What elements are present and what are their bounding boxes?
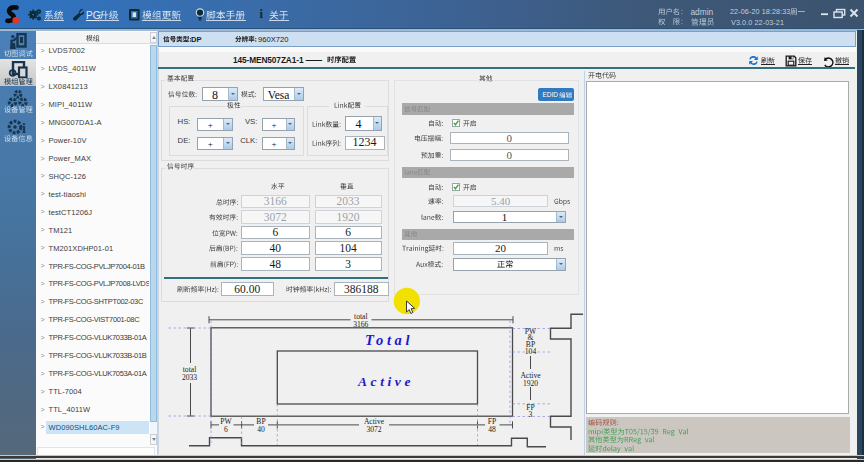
svg-text:48: 48 [488,425,496,434]
svg-text:40: 40 [257,425,265,434]
svg-text:104: 104 [525,347,537,356]
svg-text:Active: Active [357,374,414,389]
svg-text:3072: 3072 [366,425,381,434]
svg-text:1920: 1920 [523,379,538,388]
svg-text:3: 3 [529,410,533,419]
svg-text:Total: Total [365,332,413,348]
svg-text:3166: 3166 [353,320,368,329]
svg-text:2033: 2033 [182,373,197,382]
svg-text:6: 6 [224,425,228,434]
